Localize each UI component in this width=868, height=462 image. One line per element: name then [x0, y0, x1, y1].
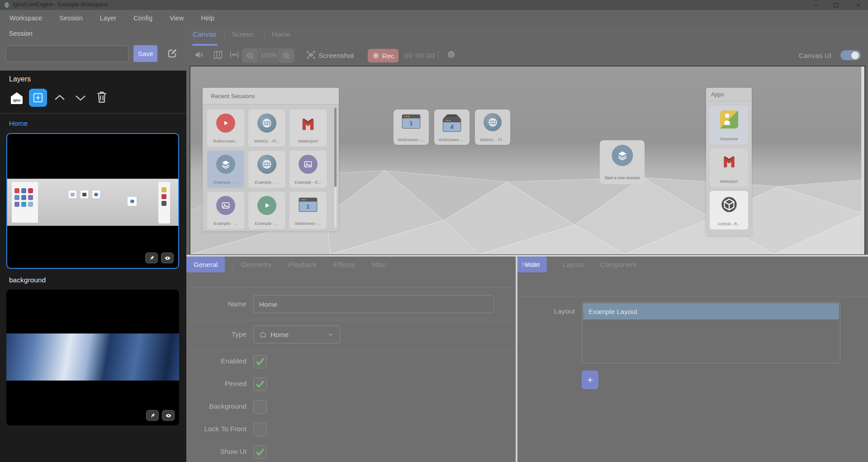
canvas-ui-toggle[interactable] [840, 50, 861, 60]
delete-layer-button[interactable] [96, 90, 108, 104]
close-button[interactable] [850, 0, 866, 10]
svg-text:igloo: igloo [13, 99, 20, 102]
fit-width-icon[interactable] [229, 49, 240, 60]
globe-icon [484, 113, 502, 131]
layer-name-background[interactable]: background [9, 276, 46, 284]
canvas-tile-webgl[interactable]: WebGL - Fl... [475, 110, 510, 145]
app-tile-streetview[interactable]: Streetview [710, 106, 748, 144]
maximize-button[interactable] [828, 0, 844, 10]
play-icon [257, 196, 276, 215]
canvas-tile-webviews[interactable]: 1 WebViews -... [394, 110, 429, 145]
canvas-scrollbar[interactable] [861, 67, 864, 254]
session-name-input[interactable] [5, 45, 128, 62]
tab-general[interactable]: General [186, 257, 225, 272]
tab-screen[interactable]: Screen [232, 30, 254, 38]
session-panel-title: Session [9, 30, 33, 37]
start-new-session-tile[interactable]: Start a new session [600, 140, 645, 184]
canvas-viewport[interactable]: Recent Sessions Rollercoast... WebGL - F… [190, 66, 865, 255]
layer-name-home[interactable]: Home [9, 119, 28, 128]
zoom-out-icon[interactable] [242, 49, 258, 62]
layer-visibility-button[interactable] [162, 410, 175, 421]
recent-sessions-scrollbar[interactable] [334, 108, 337, 228]
session-tile[interactable]: Example - ... [248, 192, 285, 229]
tab-geometry[interactable]: Geometry [240, 261, 272, 269]
session-tile[interactable]: Example - E... [289, 151, 327, 188]
tab-canvas[interactable]: Canvas [193, 30, 217, 38]
toggle-knob [851, 52, 859, 59]
divider [554, 261, 555, 268]
menu-help[interactable]: Help [201, 14, 214, 22]
menu-view[interactable]: View [170, 14, 184, 22]
tab-home[interactable]: Home [272, 30, 290, 38]
pin-layer-button[interactable] [145, 252, 158, 263]
layer-name-input[interactable] [253, 295, 494, 313]
layer-properties-panel: General Geometry Playback Effects Misc N… [186, 257, 516, 462]
svg-text:1: 1 [306, 203, 309, 210]
background-label: Background [188, 402, 247, 410]
session-tile[interactable]: WebGL - Fl... [248, 110, 285, 147]
edit-session-icon[interactable] [166, 48, 179, 60]
menu-workspace[interactable]: Workspace [9, 14, 42, 22]
recent-sessions-panel: Recent Sessions Rollercoast... WebGL - F… [203, 88, 339, 231]
layers-panel: Layers igloo Home [0, 71, 186, 462]
background-checkbox[interactable] [253, 400, 267, 414]
app-tile-archvis[interactable]: ArchVis - R... [710, 191, 748, 229]
enabled-checkbox[interactable] [253, 355, 267, 368]
background-layer-thumbnail[interactable] [6, 290, 179, 425]
screenshot-icon[interactable] [306, 50, 316, 60]
unity-cube-icon [720, 195, 738, 215]
audio-icon[interactable] [194, 49, 204, 60]
tab-layout[interactable]: Layout [562, 261, 585, 269]
window-title: IglooCoreEngine - Example Workspace [13, 1, 108, 8]
igloo-home-layer-icon[interactable]: igloo [9, 90, 24, 106]
menu-config[interactable]: Config [133, 14, 152, 22]
minimize-button[interactable] [808, 0, 824, 10]
pinned-checkbox[interactable] [253, 377, 267, 391]
menu-layer[interactable]: Layer [100, 14, 116, 22]
image-icon [299, 155, 318, 174]
divider [592, 261, 592, 268]
layer-type-dropdown[interactable]: Home [253, 325, 340, 343]
session-tile[interactable]: Rollercoast... [207, 110, 244, 147]
move-layer-down-button[interactable] [74, 92, 87, 103]
add-layout-button[interactable]: + [582, 371, 598, 389]
layer-visibility-button[interactable] [161, 252, 174, 263]
layout-list-item-selected[interactable]: Example Layout [583, 303, 839, 319]
screenshot-label[interactable]: Screenshot [318, 52, 354, 60]
plus-icon: + [587, 374, 593, 386]
home-detail-panel: Home Main Layout Component Layout Exampl… [517, 257, 868, 462]
map-icon[interactable] [213, 49, 223, 60]
pin-layer-button[interactable] [146, 410, 159, 421]
svg-text:4: 4 [450, 124, 454, 130]
menu-session[interactable]: Session [59, 14, 83, 22]
add-layer-button[interactable] [29, 89, 47, 107]
tab-effects[interactable]: Effects [332, 261, 356, 269]
record-icon [372, 52, 379, 59]
save-button[interactable]: Save [133, 45, 157, 62]
youtube-icon [216, 114, 235, 133]
record-button[interactable]: Rec [368, 49, 398, 62]
tab-playback[interactable]: Playback [287, 261, 318, 269]
scrollbar-thumb[interactable] [334, 108, 337, 187]
recent-sessions-title: Recent Sessions [203, 88, 339, 105]
gear-icon[interactable] [446, 49, 456, 60]
move-layer-up-button[interactable] [53, 92, 66, 103]
session-tile[interactable]: Example - ... [207, 192, 244, 229]
enabled-label: Enabled [188, 357, 247, 365]
home-layer-thumbnail[interactable] [6, 133, 179, 269]
session-tile[interactable]: Matterport [289, 110, 327, 147]
session-tile[interactable]: Example - ... [248, 151, 285, 188]
tab-component[interactable]: Component [599, 261, 637, 269]
zoom-in-icon[interactable] [279, 49, 294, 62]
zoom-controls: 100% [242, 48, 295, 63]
session-tile[interactable]: 1 WebViews -... [289, 192, 327, 229]
lock-to-front-checkbox[interactable] [253, 423, 267, 436]
show-ui-checkbox[interactable] [253, 445, 267, 459]
session-tile-selected[interactable]: Example - ... [207, 151, 244, 188]
app-tile-matterport[interactable]: Matterport [710, 148, 748, 187]
svg-text:1: 1 [409, 120, 413, 127]
home-layer-preview [7, 179, 178, 226]
canvas-tile-webviews-stack[interactable]: 4 WebViews -... [434, 110, 470, 145]
tab-misc[interactable]: Misc [370, 261, 387, 269]
main-area: Canvas Screen Home 100% Screenshot [186, 26, 868, 257]
